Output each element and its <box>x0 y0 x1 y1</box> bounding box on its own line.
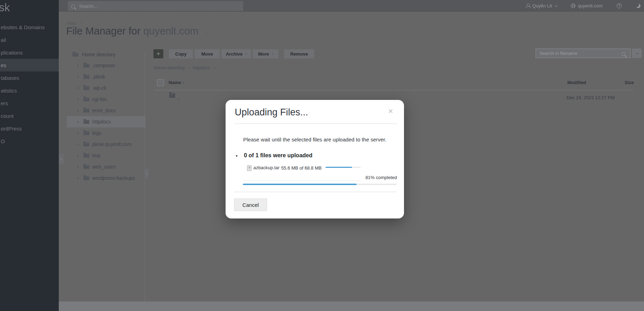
column-header-name[interactable]: Name↑ <box>169 80 184 85</box>
tree-item[interactable]: .plesk <box>67 71 145 82</box>
sidebar-item-mail[interactable]: ail <box>0 33 59 46</box>
tree-item-label: .wp-cli <box>92 85 106 91</box>
chevron-right-icon[interactable] <box>76 177 79 179</box>
sidebar-item-databases[interactable]: tabases <box>0 71 59 84</box>
tree-item-label: logs <box>92 130 101 136</box>
close-icon[interactable]: × <box>388 107 393 115</box>
sidebar-item-account[interactable]: count <box>0 109 59 122</box>
search-options-dropdown-button[interactable] <box>632 49 642 58</box>
folder-icon <box>83 64 89 68</box>
sidebar-item-label: es <box>1 62 6 68</box>
add-button[interactable]: + <box>153 49 163 58</box>
plesk-logo[interactable]: sk <box>0 1 10 14</box>
remove-button[interactable]: Remove <box>284 49 314 58</box>
sidebar-item-label: atistics <box>1 88 17 94</box>
more-dropdown-button[interactable]: More <box>253 49 278 58</box>
tree-item[interactable]: web_users <box>67 161 145 172</box>
tree-item[interactable]: wordpress-backups <box>67 172 145 184</box>
sidebar-item-wordpress[interactable]: ordPress <box>0 122 59 135</box>
tree-item-label: tmp <box>92 153 100 158</box>
chevron-down-icon[interactable] <box>206 30 209 33</box>
tree-item-label: .composer <box>92 63 115 68</box>
table-row-parent-dir[interactable]: .. <box>177 95 180 100</box>
tree-item[interactable]: plesk.quyenlt.com <box>67 139 145 150</box>
column-header-size[interactable]: Size <box>625 80 634 85</box>
topbar-right: Quyền Lê quyenlt.com ? <box>526 0 640 12</box>
modal-message: Please wait until the selected files are… <box>226 137 404 142</box>
sidebar-item-websites-domains[interactable]: ebsites & Domains <box>0 21 59 33</box>
sidebar-item-applications[interactable]: plications <box>0 46 59 59</box>
folder-icon <box>83 176 89 180</box>
global-search-input[interactable] <box>68 1 243 11</box>
sidebar-item-seo[interactable]: O <box>0 135 59 147</box>
sidebar-item-statistics[interactable]: atistics <box>0 84 59 97</box>
tree-item[interactable]: .wp-cli <box>67 82 145 94</box>
copy-button[interactable]: Copy <box>169 49 193 58</box>
help-icon[interactable]: ? <box>617 3 622 8</box>
folder-icon <box>83 97 89 101</box>
moon-dark-mode-icon[interactable] <box>636 4 640 8</box>
cancel-button[interactable]: Cancel <box>234 198 267 211</box>
modal-divider <box>234 123 397 124</box>
chevron-right-icon[interactable] <box>76 120 79 123</box>
sidebar-nav: ebsites & Domains ail plications es taba… <box>0 21 59 147</box>
directory-tree: Home directory .composer .plesk .wp-cli … <box>67 49 145 184</box>
bullet-icon: • <box>236 153 238 159</box>
user-name: Quyền Lê <box>532 3 552 8</box>
chevron-right-icon[interactable] <box>76 132 79 134</box>
archive-dropdown-button[interactable]: Archive <box>221 49 251 58</box>
parent-dir-icon: ↑ <box>169 93 175 98</box>
chevron-right-icon[interactable] <box>76 109 79 112</box>
tree-item-label: Home directory <box>82 52 115 57</box>
tree-item[interactable]: tmp <box>67 150 145 161</box>
chevron-down-icon <box>271 52 274 55</box>
upload-file-entry: ?azbackup.tar <box>247 165 281 171</box>
user-menu[interactable]: Quyền Lê <box>526 3 557 8</box>
tree-item-home[interactable]: Home directory <box>67 49 145 60</box>
sidebar-item-users[interactable]: ers <box>0 97 59 109</box>
tree-item[interactable]: cgi-bin <box>67 94 145 105</box>
folder-icon <box>83 165 89 169</box>
chevron-right-icon[interactable] <box>76 87 79 89</box>
table-row-modified: Dec 24, 2023 12:27 PM <box>567 95 615 100</box>
table-header-divider <box>154 90 633 90</box>
path-home-directory[interactable]: Home directory <box>154 65 185 70</box>
chevron-right-icon[interactable] <box>76 75 79 78</box>
overall-progress-fill <box>243 184 356 185</box>
folder-icon <box>83 120 89 124</box>
folder-icon <box>83 109 89 113</box>
sidebar-item-label: O <box>1 138 5 144</box>
chevron-right-icon[interactable] <box>76 165 79 168</box>
sidebar-item-label: ordPress <box>1 126 22 132</box>
tree-collapse-handle[interactable]: ‹ <box>144 169 149 178</box>
search-icon <box>71 4 75 10</box>
upload-status: 0 of 1 files were uploaded <box>244 152 312 159</box>
tree-item-httpdocs[interactable]: httpdocs <box>67 116 145 127</box>
tree-item[interactable]: logs <box>67 127 145 139</box>
file-progress-bar <box>326 167 361 168</box>
path-breadcrumb: Home directory httpdocs <box>154 65 215 70</box>
domain-indicator[interactable]: quyenlt.com <box>571 3 602 8</box>
chevron-down-icon <box>555 4 557 7</box>
sidebar-collapse-handle[interactable]: ‹ <box>59 154 64 164</box>
tree-item[interactable]: .composer <box>67 60 145 71</box>
page-title: File Manager for quyenlt.com <box>66 25 208 37</box>
folder-icon <box>83 75 89 79</box>
tree-item[interactable]: error_docs <box>67 105 145 116</box>
move-button[interactable]: Move <box>195 49 220 58</box>
upload-file-size: 55.6 MB of 68.8 MB <box>281 165 322 171</box>
column-header-modified[interactable]: Modified <box>567 80 586 85</box>
sidebar: sk ebsites & Domains ail plications es t… <box>0 0 59 311</box>
sidebar-item-files[interactable]: es <box>0 59 59 71</box>
tree-item-label: web_users <box>92 164 116 170</box>
plesk-file-manager-page: sk ebsites & Domains ail plications es t… <box>0 0 644 311</box>
tree-item-label: cgi-bin <box>92 96 107 102</box>
path-httpdocs[interactable]: httpdocs <box>193 65 210 70</box>
chevron-right-icon[interactable] <box>76 143 79 145</box>
chevron-right-icon[interactable] <box>76 98 79 100</box>
filename-search-input[interactable] <box>536 49 631 58</box>
folder-icon <box>83 131 89 135</box>
chevron-right-icon[interactable] <box>76 64 79 66</box>
select-all-checkbox[interactable] <box>157 79 164 86</box>
chevron-right-icon[interactable] <box>76 154 79 157</box>
